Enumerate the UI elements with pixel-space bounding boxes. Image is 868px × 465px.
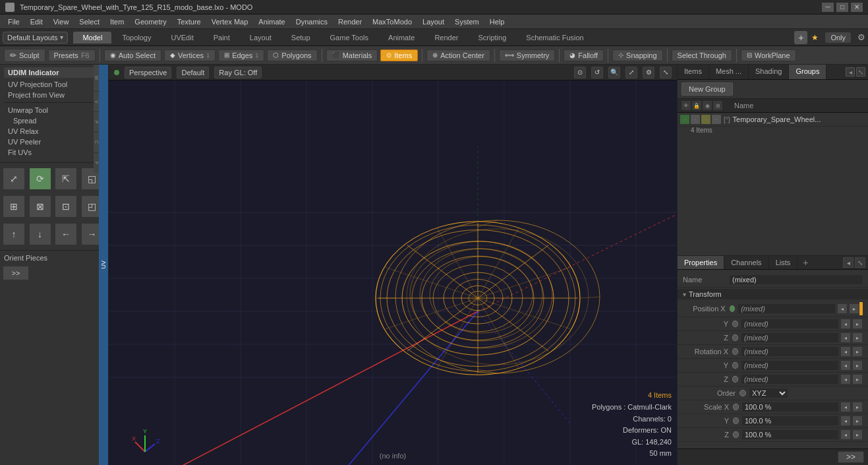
rotation-y-left-btn[interactable]: ◂ — [840, 360, 851, 371]
uv-peeler[interactable]: UV Peeler — [4, 137, 104, 147]
rotation-x-right-btn[interactable]: ▸ — [852, 346, 863, 357]
tab-schematic[interactable]: Schematic Fusion — [517, 32, 593, 44]
position-x-left-btn[interactable]: ◂ — [837, 303, 848, 314]
props-tab-lists[interactable]: Lists — [769, 256, 798, 269]
rotation-y-field[interactable] — [741, 360, 839, 371]
tool-left[interactable]: ← — [55, 223, 77, 245]
viewport-icon-1[interactable]: ⊙ — [574, 67, 586, 78]
rotation-y-right-btn[interactable]: ▸ — [852, 360, 863, 371]
viewport-icon-4[interactable]: ⤢ — [625, 67, 637, 78]
tab-animate[interactable]: Animate — [379, 32, 424, 44]
window-controls[interactable]: ─ □ ✕ — [822, 3, 863, 12]
menu-maxtomodo[interactable]: MaxToModo — [367, 16, 417, 27]
workplane-button[interactable]: ⊟ WorkPlane — [741, 49, 796, 61]
scale-z-right-btn[interactable]: ▸ — [852, 429, 863, 440]
ray-gl-button[interactable]: Ray GL: Off — [214, 67, 262, 78]
uv-projection-tool[interactable]: UV Projection Tool — [4, 79, 104, 90]
tab-paint[interactable]: Paint — [204, 32, 239, 44]
items-button[interactable]: ⊙ Items — [380, 49, 418, 61]
tool-relax[interactable]: ⊡ — [55, 195, 77, 218]
tool-rotate[interactable]: ⟳ — [29, 168, 51, 190]
project-from-view[interactable]: Project from View — [4, 90, 104, 100]
props-scroll-down-btn[interactable]: >> — [838, 451, 864, 463]
order-select[interactable]: XYZ XZY YXZ YZX ZXY ZYX — [749, 388, 788, 398]
materials-button[interactable]: ⬛ Materials — [326, 49, 378, 61]
menu-item[interactable]: Item — [105, 16, 129, 27]
uv-vtab[interactable]: UV — [99, 258, 108, 272]
right-expand-btn[interactable]: ⤡ — [856, 67, 865, 77]
menu-render[interactable]: Render — [333, 16, 367, 27]
scale-x-right-btn[interactable]: ▸ — [852, 402, 863, 412]
tool-down[interactable]: ↓ — [29, 223, 51, 245]
rotation-x-field[interactable] — [741, 346, 839, 357]
rotation-y-radio[interactable] — [732, 362, 738, 369]
menu-edit[interactable]: Edit — [25, 16, 48, 27]
perspective-button[interactable]: Perspective — [125, 67, 171, 78]
menu-view[interactable]: View — [48, 16, 74, 27]
tool-select[interactable]: ⊞ — [3, 195, 25, 218]
position-y-field[interactable] — [741, 319, 839, 329]
scale-x-radio[interactable] — [733, 404, 739, 410]
sub-vtab-mesh[interactable]: M — [94, 65, 99, 91]
sculpt-button[interactable]: ✏ Sculpt — [4, 49, 45, 62]
viewport-icon-3[interactable]: 🔍 — [608, 67, 620, 78]
select-through-button[interactable]: Select Through — [672, 49, 732, 61]
right-tab-groups[interactable]: Groups — [789, 65, 826, 79]
rotation-z-field[interactable] — [741, 374, 839, 385]
menu-file[interactable]: File — [3, 16, 25, 27]
default-layouts-dropdown[interactable]: Default Layouts ▾ — [3, 32, 68, 44]
default-shading-button[interactable]: Default — [177, 67, 209, 78]
menu-geometry[interactable]: Geometry — [129, 16, 171, 27]
rotation-z-left-btn[interactable]: ◂ — [840, 374, 851, 385]
viewport-expand[interactable]: ⤡ — [660, 67, 672, 78]
snapping-button[interactable]: ⊹ Snapping — [612, 49, 663, 61]
tab-layout[interactable]: Layout — [241, 32, 281, 44]
list-row-wheel[interactable]: · · · · [°] Temporary_Spare_Wheel... — [678, 113, 868, 127]
prop-name-field[interactable] — [729, 274, 863, 285]
row-lock-icon[interactable]: · — [691, 115, 700, 124]
menu-help[interactable]: Help — [484, 16, 510, 27]
menu-texture[interactable]: Texture — [172, 16, 206, 27]
position-x-orange-btn[interactable] — [859, 302, 863, 315]
position-y-left-btn[interactable]: ◂ — [840, 319, 851, 329]
new-group-button[interactable]: New Group — [681, 82, 733, 96]
prop-transform-section[interactable]: ▾ Transform — [678, 289, 868, 299]
tab-render[interactable]: Render — [425, 32, 467, 44]
scale-x-field[interactable] — [741, 402, 839, 412]
props-collapse-btn[interactable]: ◂ — [843, 257, 854, 268]
position-y-radio[interactable] — [732, 321, 738, 327]
right-tab-shading[interactable]: Shading — [749, 65, 789, 79]
rotation-z-radio[interactable] — [732, 376, 738, 383]
position-z-left-btn[interactable]: ◂ — [840, 332, 851, 343]
only-button[interactable]: Only — [825, 32, 851, 43]
right-collapse-btn[interactable]: ◂ — [846, 67, 855, 77]
position-z-right-btn[interactable]: ▸ — [852, 332, 863, 343]
right-tab-items[interactable]: Items — [678, 65, 709, 79]
auto-select-button[interactable]: ◉ Auto Select — [104, 49, 161, 61]
menu-animate[interactable]: Animate — [253, 16, 290, 27]
position-x-right-btn[interactable]: ▸ — [849, 303, 859, 314]
uv-relax[interactable]: UV Relax — [4, 126, 104, 137]
props-tab-add[interactable]: + — [799, 256, 812, 269]
menu-dynamics[interactable]: Dynamics — [291, 16, 333, 27]
position-x-radio[interactable] — [730, 305, 735, 312]
props-expand-btn[interactable]: ⤡ — [855, 257, 865, 268]
rotation-z-right-btn[interactable]: ▸ — [852, 374, 863, 385]
vertices-button[interactable]: ◆ Vertices 1 — [164, 49, 216, 61]
viewport-icon-5[interactable]: ⚙ — [643, 67, 654, 78]
row-eye-icon[interactable]: · — [680, 115, 689, 124]
spread-tool[interactable]: Spread — [4, 115, 104, 126]
position-x-field[interactable] — [738, 303, 836, 314]
row-mesh-icon[interactable]: · — [712, 115, 721, 124]
close-button[interactable]: ✕ — [851, 3, 863, 12]
viewport-icon-2[interactable]: ↺ — [591, 67, 603, 78]
tab-model[interactable]: Model — [73, 32, 111, 44]
rotation-x-radio[interactable] — [732, 348, 738, 355]
row-vis-icon[interactable]: · — [701, 115, 710, 124]
minimize-button[interactable]: ─ — [822, 3, 834, 12]
viewport[interactable]: Perspective Default Ray GL: Off ⊙ ↺ 🔍 ⤢ … — [109, 65, 677, 465]
settings-icon[interactable]: ⚙ — [857, 32, 865, 42]
edges-button[interactable]: ⊞ Edges 1 — [218, 49, 264, 61]
position-y-right-btn[interactable]: ▸ — [852, 319, 863, 329]
rotation-x-left-btn[interactable]: ◂ — [840, 346, 851, 357]
